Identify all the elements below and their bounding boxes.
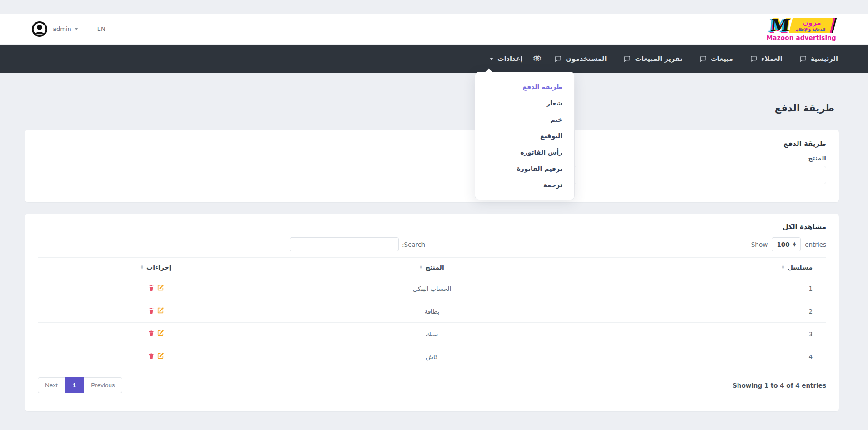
search-control: Search: [290, 237, 425, 251]
nav-item-clients[interactable]: العملاء [750, 55, 783, 62]
entries-info: Showing 1 to 4 of 4 entries [733, 382, 826, 389]
payment-method-form-card: طريقة الدفع المنتج [25, 130, 839, 202]
logo-m-letter: M [770, 17, 791, 34]
product-cell: كاش [274, 345, 590, 368]
nav-item-users[interactable]: المستخدمون [555, 55, 607, 62]
product-input[interactable] [574, 166, 826, 184]
delete-icon[interactable] [148, 330, 155, 337]
select-arrows-icon: ▲▼ [793, 242, 796, 247]
dropdown-item-stamp[interactable]: ختم [475, 111, 574, 128]
username-label: admin [53, 25, 71, 32]
logo-graphic: M مزون للدعاية والإعلان [771, 17, 832, 34]
comment-icon [555, 55, 562, 62]
top-header: admin EN M مزون للدعاية والإعلان Mazoon … [0, 14, 868, 45]
serial-cell: 4 [590, 345, 826, 368]
next-page-button[interactable]: Next [38, 377, 65, 393]
edit-icon[interactable] [157, 352, 164, 360]
payment-methods-table: مسلسل▲▼ المنتج▲▼ إجراءات▲▼ 1 الحساب البن… [38, 257, 826, 368]
chevron-down-icon [75, 28, 78, 30]
delete-icon[interactable] [148, 284, 155, 291]
nav-item-home[interactable]: الرئيسية [800, 55, 838, 62]
form-card-title: طريقة الدفع [38, 140, 826, 148]
logo-badge: مزون للدعاية والإعلان [789, 18, 833, 33]
nav-item-sales[interactable]: مبيعات [700, 55, 733, 62]
page-length-control: Show 100 ▲▼ entries [751, 237, 826, 251]
comment-icon [750, 55, 757, 62]
table-row: 4 كاش [38, 345, 826, 368]
user-area: admin EN [32, 21, 105, 37]
main-navbar: الرئيسية العملاء مبيعات تقرير المبيعات ا… [0, 45, 868, 73]
nav-settings-label: إعدادات [497, 55, 522, 62]
user-avatar-icon[interactable] [32, 21, 47, 37]
nav-home-label: الرئيسية [811, 55, 838, 62]
sort-icon[interactable]: ▲▼ [141, 265, 143, 270]
cogs-icon: ⚙⚙ [527, 55, 537, 62]
edit-icon[interactable] [157, 330, 164, 337]
nav-sales-report-label: تقرير المبيعات [635, 55, 682, 62]
page-length-value: 100 [777, 241, 789, 248]
edit-icon[interactable] [157, 284, 164, 291]
table-footer: Showing 1 to 4 of 4 entries Next 1 Previ… [38, 377, 826, 393]
table-row: 2 بطاقة [38, 300, 826, 323]
product-cell: الحساب البنكي [274, 277, 590, 300]
search-input[interactable] [290, 237, 399, 251]
delete-icon[interactable] [148, 352, 155, 360]
table-row: 3 شيك [38, 323, 826, 345]
logo-caption: Mazoon advertising [767, 35, 836, 41]
pagination: Next 1 Previous [38, 377, 122, 393]
comment-icon [700, 55, 707, 62]
serial-cell: 3 [590, 323, 826, 345]
logo-arabic-tagline: للدعاية والإعلان [795, 27, 825, 31]
delete-icon[interactable] [148, 307, 155, 314]
show-label: Show [751, 241, 768, 248]
product-cell: شيك [274, 323, 590, 345]
page-title: طريقة الدفع [775, 103, 834, 114]
nav-clients-label: العملاء [761, 55, 783, 62]
sort-icon[interactable]: ▲▼ [782, 265, 784, 270]
table-header-row: مسلسل▲▼ المنتج▲▼ إجراءات▲▼ [38, 258, 826, 277]
language-switch[interactable]: EN [97, 25, 105, 32]
actions-cell [38, 345, 274, 368]
search-label: Search: [402, 241, 425, 248]
dropdown-item-signature[interactable]: التوقيع [475, 128, 574, 144]
current-page-button[interactable]: 1 [65, 377, 85, 393]
brand-logo: M مزون للدعاية والإعلان Mazoon advertisi… [767, 17, 836, 41]
table-controls: Show 100 ▲▼ entries Search: [38, 237, 826, 252]
dropdown-item-invoice-numbering[interactable]: ترقيم الفاتورة [475, 160, 574, 177]
column-header-serial[interactable]: مسلسل▲▼ [590, 258, 826, 277]
page-length-select[interactable]: 100 ▲▼ [772, 237, 801, 251]
serial-cell: 2 [590, 300, 826, 323]
entries-label: entries [805, 241, 826, 248]
comment-icon [800, 55, 807, 62]
chevron-down-icon [490, 58, 493, 60]
nav-item-settings[interactable]: ⚙⚙ إعدادات [490, 55, 537, 62]
logo-arabic-name: مزون [797, 20, 827, 26]
product-field-label: المنتج [38, 155, 826, 162]
dropdown-item-logo[interactable]: شعار [475, 95, 574, 111]
column-header-actions[interactable]: إجراءات▲▼ [38, 258, 274, 277]
table-row: 1 الحساب البنكي [38, 277, 826, 300]
dropdown-item-invoice-header[interactable]: رأس الفاتورة [475, 144, 574, 160]
actions-cell [38, 323, 274, 345]
actions-cell [38, 277, 274, 300]
comment-icon [624, 55, 631, 62]
user-menu-toggle[interactable]: admin [53, 25, 78, 32]
settings-dropdown-menu: طريقة الدفع شعار ختم التوقيع رأس الفاتور… [475, 72, 574, 200]
dropdown-item-payment-method[interactable]: طريقة الدفع [475, 79, 574, 95]
nav-users-label: المستخدمون [566, 55, 607, 62]
edit-icon[interactable] [157, 307, 164, 314]
product-cell: بطاقة [274, 300, 590, 323]
dropdown-item-translation[interactable]: ترجمة [475, 177, 574, 193]
nav-sales-label: مبيعات [711, 55, 733, 62]
serial-cell: 1 [590, 277, 826, 300]
payment-methods-table-card: مشاهدة الكل Show 100 ▲▼ entries Search: … [25, 214, 839, 411]
column-header-product[interactable]: المنتج▲▼ [274, 258, 590, 277]
sort-icon[interactable]: ▲▼ [420, 265, 422, 270]
previous-page-button[interactable]: Previous [84, 377, 122, 393]
nav-item-sales-report[interactable]: تقرير المبيعات [624, 55, 682, 62]
actions-cell [38, 300, 274, 323]
table-card-title: مشاهدة الكل [38, 223, 826, 231]
